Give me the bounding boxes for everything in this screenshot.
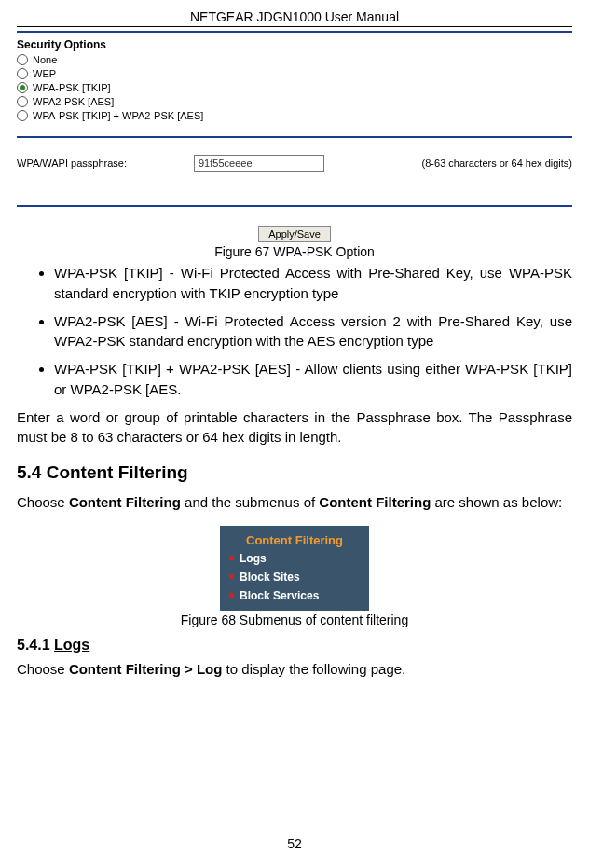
- rule-bottom: [17, 205, 572, 207]
- heading-title: Logs: [54, 637, 89, 653]
- list-item: WPA-PSK [TKIP] + WPA2-PSK [AES] - Allow …: [54, 359, 572, 400]
- list-item: WPA-PSK [TKIP] - Wi-Fi Protected Access …: [54, 263, 572, 304]
- paragraph-passphrase-note: Enter a word or group of printable chara…: [17, 407, 572, 448]
- menu-title: Content Filtering: [220, 531, 369, 549]
- menu-item-logs: Logs: [220, 549, 369, 568]
- radio-label: WPA-PSK [TKIP]: [33, 82, 111, 93]
- menu-item-block-services: Block Services: [220, 586, 369, 605]
- bullet-icon: [229, 574, 234, 579]
- text: to display the following page.: [222, 661, 405, 677]
- page-number: 52: [0, 836, 589, 851]
- radio-icon-selected: [17, 82, 28, 93]
- menu-item-label: Block Sites: [240, 571, 300, 584]
- bullet-list: WPA-PSK [TKIP] - Wi-Fi Protected Access …: [17, 263, 572, 400]
- radio-wpa-psk-tkip[interactable]: WPA-PSK [TKIP]: [17, 82, 572, 93]
- passphrase-row: WPA/WAPI passphrase: 91f55ceeee (8-63 ch…: [17, 155, 572, 172]
- text: and the submenus of: [181, 494, 319, 510]
- bullet-icon: [229, 556, 234, 560]
- rule-mid: [17, 136, 572, 138]
- page-header: NETGEAR JDGN1000 User Manual: [17, 9, 572, 27]
- passphrase-hint: (8-63 characters or 64 hex digits): [422, 158, 572, 169]
- figure68-caption: Figure 68 Submenus of content filtering: [17, 613, 572, 627]
- heading-logs: 5.4.1 Logs: [17, 637, 572, 654]
- rule-top: [17, 31, 572, 33]
- radio-label: WPA-PSK [TKIP] + WPA2-PSK [AES]: [33, 110, 203, 121]
- list-item: WPA2-PSK [AES] - Wi-Fi Protected Access …: [54, 311, 572, 352]
- radio-none[interactable]: None: [17, 54, 572, 65]
- text: Choose: [17, 661, 69, 677]
- radio-icon: [17, 110, 28, 121]
- text: are shown as below:: [431, 494, 562, 510]
- heading-content-filtering: 5.4 Content Filtering: [17, 462, 572, 483]
- passphrase-input[interactable]: 91f55ceeee: [194, 155, 324, 172]
- radio-wpa2-psk-aes[interactable]: WPA2-PSK [AES]: [17, 96, 572, 107]
- paragraph-choose-log: Choose Content Filtering > Log to displa…: [17, 659, 572, 680]
- security-options-panel: Security Options None WEP WPA-PSK [TKIP]…: [17, 38, 572, 242]
- bold-text: Content Filtering: [319, 494, 431, 510]
- security-options-title: Security Options: [17, 38, 572, 51]
- radio-label: WPA2-PSK [AES]: [33, 96, 114, 107]
- radio-label: WEP: [33, 68, 56, 79]
- menu-item-block-sites: Block Sites: [220, 568, 369, 586]
- radio-label: None: [33, 54, 57, 65]
- figure67-caption: Figure 67 WPA-PSK Option: [17, 244, 572, 259]
- radio-icon: [17, 54, 28, 65]
- apply-save-button[interactable]: Apply/Save: [258, 226, 331, 242]
- paragraph-choose-cf: Choose Content Filtering and the submenu…: [17, 492, 572, 513]
- radio-icon: [17, 96, 28, 107]
- bold-text: Content Filtering > Log: [69, 661, 223, 677]
- bold-text: Content Filtering: [69, 494, 181, 510]
- menu-item-label: Logs: [240, 552, 267, 565]
- menu-item-label: Block Services: [240, 589, 319, 602]
- text: Choose: [17, 494, 69, 510]
- submenu-screenshot: Content Filtering Logs Block Sites Block…: [220, 526, 369, 611]
- radio-wep[interactable]: WEP: [17, 68, 572, 79]
- radio-icon: [17, 68, 28, 79]
- bullet-icon: [229, 593, 234, 598]
- passphrase-label: WPA/WAPI passphrase:: [17, 158, 175, 169]
- heading-number: 5.4.1: [17, 637, 54, 653]
- radio-wpa-combo[interactable]: WPA-PSK [TKIP] + WPA2-PSK [AES]: [17, 110, 572, 121]
